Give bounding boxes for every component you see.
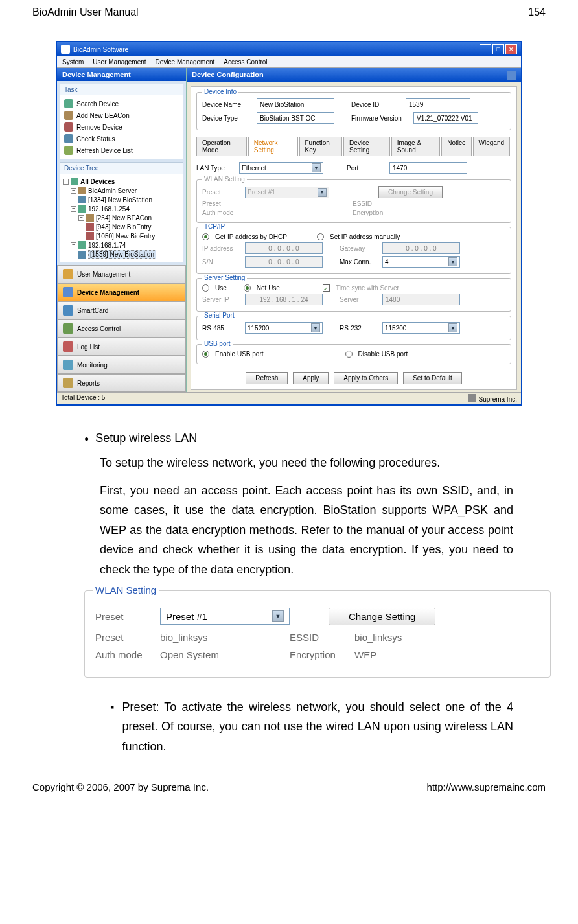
- nav-access-control[interactable]: Access Control: [57, 319, 186, 338]
- tree-toggle-icon[interactable]: −: [63, 179, 69, 185]
- menu-access-control[interactable]: Access Control: [224, 58, 267, 65]
- tab-notice[interactable]: Notice: [441, 137, 471, 156]
- task-search-device[interactable]: Search Device: [63, 98, 180, 110]
- tree-beacon-254[interactable]: −[254] New BEACon: [78, 213, 180, 222]
- nav-smartcard[interactable]: SmartCard: [57, 301, 186, 319]
- server-port-label: Server: [340, 296, 378, 303]
- device-id-input: [406, 98, 470, 110]
- add-icon: [64, 111, 73, 120]
- encryption-label: Encryption: [353, 209, 391, 216]
- tree-ip-74[interactable]: −192.168.1.74: [71, 240, 180, 249]
- tree-root[interactable]: −All Devices: [63, 177, 180, 186]
- essid-value: bio_linksys: [354, 632, 458, 643]
- set-default-button[interactable]: Set to Default: [403, 372, 462, 384]
- port-input[interactable]: [389, 162, 467, 174]
- window-title: BioAdmin Software: [73, 46, 128, 53]
- tree-toggle-icon[interactable]: −: [71, 206, 76, 212]
- monitoring-icon: [63, 360, 73, 370]
- preset-select[interactable]: Preset #1 ▼: [160, 608, 290, 625]
- preset-name-label: Preset: [202, 200, 241, 207]
- usb-enable-radio[interactable]: [202, 351, 209, 358]
- close-button[interactable]: ✕: [505, 44, 517, 54]
- tree-biostation-1334[interactable]: [1334] New BioStation: [78, 195, 180, 204]
- task-check-status[interactable]: Check Status: [63, 133, 180, 144]
- tree-biostation-1539[interactable]: [1539] New BioStation: [78, 249, 180, 259]
- tree-bioentry-943[interactable]: [943] New BioEntry: [86, 222, 180, 231]
- tab-operation-mode[interactable]: Operation Mode: [196, 137, 247, 156]
- device-name-input[interactable]: [257, 98, 334, 110]
- statusbar: Total Device : 5 Suprema Inc.: [57, 392, 521, 404]
- server-use-radio[interactable]: [202, 284, 209, 292]
- footer-rule: [32, 776, 546, 776]
- tab-function-key[interactable]: Function Key: [299, 137, 343, 156]
- apply-button[interactable]: Apply: [293, 372, 329, 384]
- access-icon: [63, 323, 73, 334]
- time-sync-checkbox: [323, 284, 330, 292]
- chevron-down-icon: ▼: [448, 257, 457, 266]
- usb-disable-radio[interactable]: [345, 351, 353, 358]
- essid-label: ESSID: [290, 632, 354, 643]
- rs485-select[interactable]: 115200▼: [245, 322, 323, 334]
- tree-ip-254[interactable]: −192.168.1.254: [71, 204, 180, 213]
- wlan-detail-title: WLAN Setting: [93, 584, 159, 595]
- config-icon: [507, 71, 516, 80]
- device-icon: [86, 223, 94, 231]
- nav-reports[interactable]: Reports: [57, 374, 186, 392]
- menu-user-management[interactable]: User Management: [93, 58, 146, 65]
- manual-ip-radio[interactable]: [317, 233, 324, 240]
- menubar: System User Management Device Management…: [57, 56, 521, 68]
- change-setting-button[interactable]: Change Setting: [329, 608, 435, 625]
- menu-device-management[interactable]: Device Management: [156, 58, 215, 65]
- bullet-icon: ●: [84, 434, 89, 443]
- auth-mode-label: Auth mode: [95, 649, 160, 660]
- sub-bullet-text: Preset: To activate the wireless network…: [122, 697, 513, 757]
- tab-device-setting[interactable]: Device Setting: [343, 137, 390, 156]
- paragraph-2: First, you need an access point. Each ac…: [100, 481, 513, 580]
- rs232-select[interactable]: 115200▼: [382, 322, 460, 334]
- dhcp-radio[interactable]: [202, 233, 209, 240]
- rs485-label: RS-485: [202, 325, 241, 332]
- tree-toggle-icon[interactable]: −: [71, 242, 76, 248]
- nav-user-management[interactable]: User Management: [57, 265, 186, 283]
- nav-log-list[interactable]: Log List: [57, 338, 186, 356]
- chevron-down-icon: ▼: [272, 610, 284, 622]
- tab-image-sound[interactable]: Image & Sound: [391, 137, 440, 156]
- tree-toggle-icon[interactable]: −: [78, 215, 84, 221]
- max-conn-select[interactable]: 4▼: [382, 256, 460, 268]
- tree-toggle-icon[interactable]: −: [71, 188, 76, 194]
- nav-monitoring[interactable]: Monitoring: [57, 356, 186, 374]
- minimize-button[interactable]: _: [480, 44, 491, 54]
- tree-bioentry-1050[interactable]: [1050] New BioEntry: [86, 231, 180, 240]
- server-title: Server Setting: [202, 274, 247, 281]
- usb-title: USB port: [202, 340, 233, 347]
- menu-system[interactable]: System: [62, 58, 84, 65]
- user-icon: [63, 269, 73, 279]
- apply-others-button[interactable]: Apply to Others: [334, 372, 398, 384]
- lan-type-select[interactable]: Ethernet▼: [239, 162, 323, 174]
- config-tabs: Operation Mode Network Setting Function …: [196, 137, 511, 156]
- nav-device-management[interactable]: Device Management: [57, 283, 186, 301]
- wlan-fieldset: WLAN Setting Preset Preset #1▼ Change Se…: [196, 179, 511, 223]
- essid-label: ESSID: [353, 200, 391, 207]
- server-notuse-radio[interactable]: [244, 284, 251, 292]
- device-info-fieldset: Device Info Device Name Device ID Device…: [196, 92, 511, 130]
- change-setting-button: Change Setting: [378, 186, 443, 198]
- refresh-icon: [64, 146, 73, 155]
- refresh-button[interactable]: Refresh: [246, 372, 288, 384]
- devices-icon: [71, 178, 78, 185]
- main-header: Device Configuration: [187, 68, 521, 82]
- sub-bullet-icon: ▪: [110, 697, 114, 757]
- task-refresh-list[interactable]: Refresh Device List: [63, 144, 180, 156]
- task-remove-device[interactable]: Remove Device: [63, 121, 180, 133]
- status-icon: [64, 134, 73, 143]
- task-add-beacon[interactable]: Add New BEACon: [63, 110, 180, 121]
- wlan-title: WLAN Setting: [202, 176, 247, 183]
- search-icon: [64, 99, 73, 108]
- tab-network-setting[interactable]: Network Setting: [248, 137, 298, 156]
- tree-bioadmin-server[interactable]: −BioAdmin Server: [71, 186, 180, 195]
- subnet-input: [245, 256, 323, 268]
- device-name-label: Device Name: [202, 101, 253, 108]
- tab-wiegand[interactable]: Wiegand: [473, 137, 510, 156]
- maximize-button[interactable]: □: [492, 44, 504, 54]
- serial-fieldset: Serial Port RS-485 115200▼ RS-232 115200…: [196, 316, 511, 340]
